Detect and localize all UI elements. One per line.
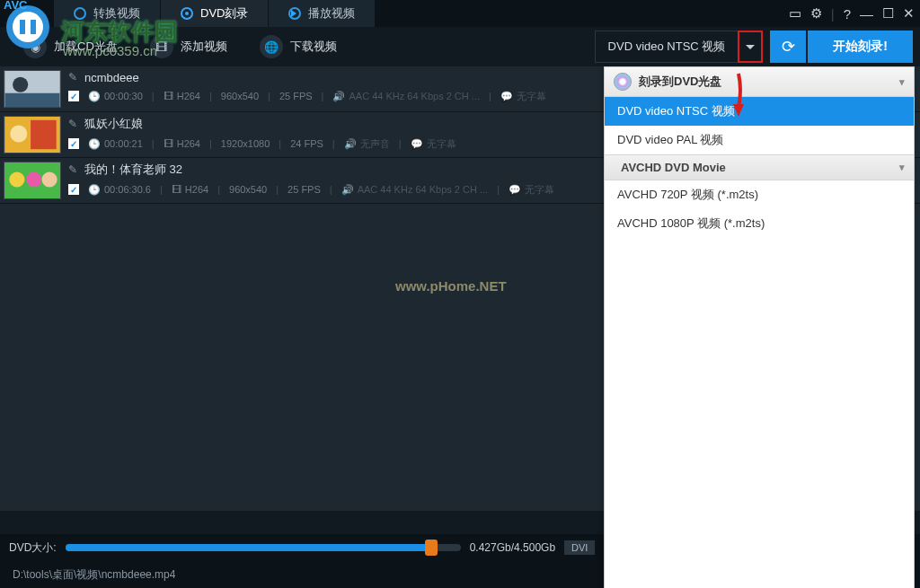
button-label: 添加视频	[181, 39, 227, 55]
duration-label: 🕒 00:00:30	[88, 91, 143, 102]
button-label: 加载CD光盘	[54, 39, 118, 55]
resolution-label: 960x540	[221, 91, 259, 101]
video-thumbnail[interactable]	[4, 162, 61, 199]
disc-icon	[181, 7, 193, 20]
file-checkbox[interactable]: ✓	[68, 138, 79, 149]
chevron-down-icon: ▾	[899, 162, 905, 173]
duration-label: 🕒 00:00:21	[88, 138, 143, 150]
dvd-size-text: 0.427Gb/4.500Gb	[470, 541, 555, 554]
film-icon: 🎞	[150, 35, 173, 58]
subtitle-label[interactable]: 💬 无字幕	[500, 90, 546, 103]
globe-download-icon: 🌐	[260, 35, 283, 58]
dvd-size-slider[interactable]	[66, 544, 461, 551]
edit-name-icon[interactable]: ✎	[68, 118, 77, 130]
load-cd-button[interactable]: ◉ 加载CD光盘	[7, 27, 134, 66]
resolution-label: 960x540	[229, 184, 267, 195]
profile-selected-label: DVD video NTSC 视频	[595, 31, 739, 63]
dvd-disc-select[interactable]: DVI	[564, 540, 595, 555]
start-burn-button[interactable]: 开始刻录!	[808, 31, 913, 63]
main-toolbar: ◉ 加载CD光盘 🎞 添加视频 🌐 下载视频 DVD video NTSC 视频…	[0, 27, 920, 66]
file-name: 狐妖小红娘	[84, 116, 143, 132]
svg-point-10	[10, 126, 27, 143]
subtitle-label[interactable]: 💬 无字幕	[509, 183, 554, 197]
tab-dvd-burn[interactable]: DVD刻录	[161, 0, 269, 27]
settings-icon[interactable]: ⚙	[810, 5, 822, 22]
convert-icon	[74, 7, 86, 20]
watermark-phome: www.pHome.NET	[395, 278, 507, 294]
download-video-button[interactable]: 🌐 下载视频	[243, 27, 353, 66]
item-label: AVCHD 1080P 视频 (*.m2ts)	[617, 216, 765, 230]
output-profile-select[interactable]: DVD video NTSC 视频	[595, 31, 764, 63]
refresh-button[interactable]: ⟳	[770, 31, 806, 63]
item-label: DVD video PAL 视频	[617, 133, 724, 146]
close-icon[interactable]: ✕	[903, 5, 915, 22]
button-label: 下载视频	[290, 39, 337, 55]
codec-label: 🎞 H264	[164, 138, 200, 149]
edit-name-icon[interactable]: ✎	[68, 163, 77, 176]
status-path: D:\tools\桌面\视频\ncmbdeee.mp4	[13, 567, 175, 583]
item-label: DVD video NTSC 视频	[617, 104, 735, 118]
subtitle-label[interactable]: 💬 无字幕	[411, 137, 456, 151]
play-icon	[288, 7, 301, 20]
button-label: 开始刻录!	[833, 39, 888, 55]
fps-label: 25 FPS	[288, 184, 321, 195]
resolution-label: 1920x1080	[221, 138, 270, 149]
codec-label: 🎞 H264	[172, 184, 208, 195]
edit-name-icon[interactable]: ✎	[68, 71, 77, 83]
tab-label: DVD刻录	[200, 5, 248, 22]
audio-label[interactable]: 🔊 无声音	[344, 137, 390, 151]
dvd-size-label: DVD大小:	[9, 540, 57, 556]
dvd-disc-icon	[614, 73, 632, 91]
file-checkbox[interactable]: ✓	[68, 184, 79, 195]
tab-label: 转换视频	[93, 5, 140, 22]
file-name: ncmbdeee	[84, 71, 139, 84]
tab-play-video[interactable]: 播放视频	[269, 0, 376, 27]
output-profile-dropdown: 刻录到DVD光盘 ▾ DVD video NTSC 视频 DVD video P…	[604, 66, 915, 588]
title-bar: 转换视频 DVD刻录 播放视频 ▭ ⚙ | ? — ☐ ✕	[0, 0, 920, 27]
file-checkbox[interactable]: ✓	[68, 91, 79, 101]
video-thumbnail[interactable]	[4, 70, 61, 108]
fps-label: 25 FPS	[279, 91, 313, 101]
chevron-down-icon: ▾	[899, 76, 905, 88]
svg-point-13	[26, 171, 41, 187]
svg-point-12	[9, 171, 24, 187]
minimize-icon[interactable]: —	[860, 6, 873, 22]
codec-label: 🎞 H264	[164, 91, 200, 101]
section-label: AVCHD DVD Movie	[621, 161, 726, 174]
add-video-button[interactable]: 🎞 添加视频	[134, 27, 243, 66]
duration-label: 🕒 00:06:30.6	[88, 184, 151, 196]
svg-point-7	[13, 77, 28, 92]
svg-rect-6	[5, 93, 60, 107]
svg-rect-9	[31, 120, 57, 149]
window-list-icon[interactable]: ▭	[789, 5, 801, 22]
item-label: AVCHD 720P 视频 (*.m2ts)	[617, 188, 758, 201]
file-name: 我的！体育老师 32	[84, 162, 182, 178]
tab-convert-video[interactable]: 转换视频	[54, 0, 161, 27]
slider-knob[interactable]	[425, 540, 438, 556]
svg-point-14	[41, 171, 57, 187]
audio-label[interactable]: 🔊 AAC 44 KHz 64 Kbps 2 CH ...	[332, 91, 480, 102]
dropdown-section-dvd[interactable]: 刻录到DVD光盘 ▾	[605, 67, 914, 97]
dropdown-item[interactable]: AVCHD 1080P 视频 (*.m2ts)	[605, 209, 914, 238]
cd-icon: ◉	[23, 35, 47, 58]
help-icon[interactable]: ?	[844, 6, 851, 22]
fps-label: 24 FPS	[290, 138, 323, 149]
video-thumbnail[interactable]	[4, 116, 61, 154]
section-label: 刻录到DVD光盘	[639, 74, 721, 90]
separator: |	[831, 6, 835, 22]
dropdown-section-avchd[interactable]: AVCHD DVD Movie ▾	[605, 154, 914, 180]
tab-label: 播放视频	[308, 5, 355, 22]
audio-label[interactable]: 🔊 AAC 44 KHz 64 Kbps 2 CH ...	[341, 184, 489, 196]
maximize-icon[interactable]: ☐	[882, 5, 894, 22]
profile-dropdown-arrow[interactable]	[738, 31, 763, 63]
dropdown-item[interactable]: AVCHD 720P 视频 (*.m2ts)	[605, 180, 914, 209]
dropdown-item[interactable]: DVD video PAL 视频	[605, 126, 914, 154]
dropdown-item[interactable]: DVD video NTSC 视频	[605, 97, 914, 126]
